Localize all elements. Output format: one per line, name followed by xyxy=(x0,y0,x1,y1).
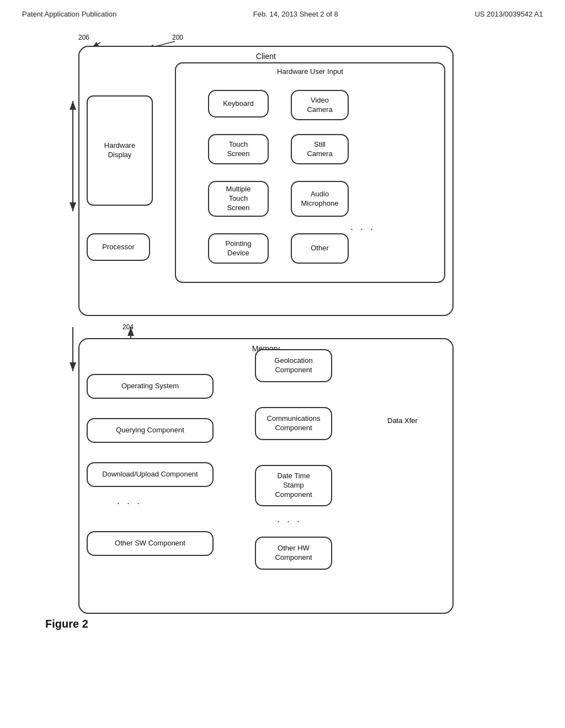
touch-screen-box: Touch Screen xyxy=(208,134,269,164)
processor-box: Processor xyxy=(87,233,150,261)
keyboard-box: Keyboard xyxy=(208,90,269,117)
querying-component-box: Querying Component xyxy=(87,418,214,443)
multi-touch-screen-box: Multiple Touch Screen xyxy=(208,181,269,217)
multi-touch-label: Multiple Touch Screen xyxy=(226,185,251,213)
audio-mic-label: Audio Microphone xyxy=(301,190,339,208)
geolocation-label: Geolocation Component xyxy=(274,356,312,375)
touch-screen-label: Touch Screen xyxy=(227,140,249,159)
keyboard-label: Keyboard xyxy=(223,99,254,109)
figure-label: Figure 2 xyxy=(45,618,88,630)
page-header: Patent Application Publication Feb. 14, … xyxy=(0,0,565,24)
diagram-area: 200 206 208 210 212 214 216 218 220 222 … xyxy=(45,29,520,636)
header-center: Feb. 14, 2013 Sheet 2 of 8 xyxy=(253,10,338,18)
hw-user-input-label: Hardware User Input xyxy=(277,67,343,77)
still-camera-label: Still Camera xyxy=(307,140,332,159)
pointing-device-label: Pointing Device xyxy=(226,239,252,258)
other-hw-box: Other HW Component xyxy=(255,537,332,570)
datetime-box: Date Time Stamp Component xyxy=(255,465,332,506)
ref-200: 200 xyxy=(172,34,183,41)
video-camera-label: Video Camera xyxy=(307,96,332,115)
ref-206: 206 xyxy=(78,34,89,41)
hw-display-box: Hardware Display xyxy=(87,95,153,206)
hw-display-label: Hardware Display xyxy=(104,141,135,160)
querying-label: Querying Component xyxy=(116,426,184,435)
geolocation-box: Geolocation Component xyxy=(255,349,332,382)
header-right: US 2013/0039542 A1 xyxy=(475,10,543,18)
dots-sw: . . . xyxy=(117,495,142,507)
os-label: Operating System xyxy=(121,382,179,391)
pointing-device-box: Pointing Device xyxy=(208,233,269,264)
datetime-label: Date Time Stamp Component xyxy=(275,472,312,500)
ref-204: 204 xyxy=(122,323,134,331)
client-label: Client xyxy=(256,51,276,61)
still-camera-box: Still Camera xyxy=(291,134,349,164)
header-left: Patent Application Publication xyxy=(22,10,116,18)
communications-box: Communications Component xyxy=(255,407,332,440)
communications-label: Communications Component xyxy=(267,414,321,433)
other-hw-label: Other HW Component xyxy=(275,544,312,563)
os-box: Operating System xyxy=(87,374,214,399)
processor-label: Processor xyxy=(102,243,135,252)
other-sw-label: Other SW Component xyxy=(115,539,185,548)
dots-hw: . . . xyxy=(277,513,302,525)
audio-mic-box: Audio Microphone xyxy=(291,181,349,217)
other-sw-box: Other SW Component xyxy=(87,531,214,556)
video-camera-box: Video Camera xyxy=(291,90,349,120)
other-input-label: Other xyxy=(311,244,329,253)
other-input-box: Other xyxy=(291,233,349,264)
dots-input: . . . xyxy=(350,221,375,233)
data-xfer-label: Data Xfer xyxy=(387,415,418,426)
download-label: Download/Upload Component xyxy=(102,470,198,479)
download-upload-box: Download/Upload Component xyxy=(87,462,214,487)
